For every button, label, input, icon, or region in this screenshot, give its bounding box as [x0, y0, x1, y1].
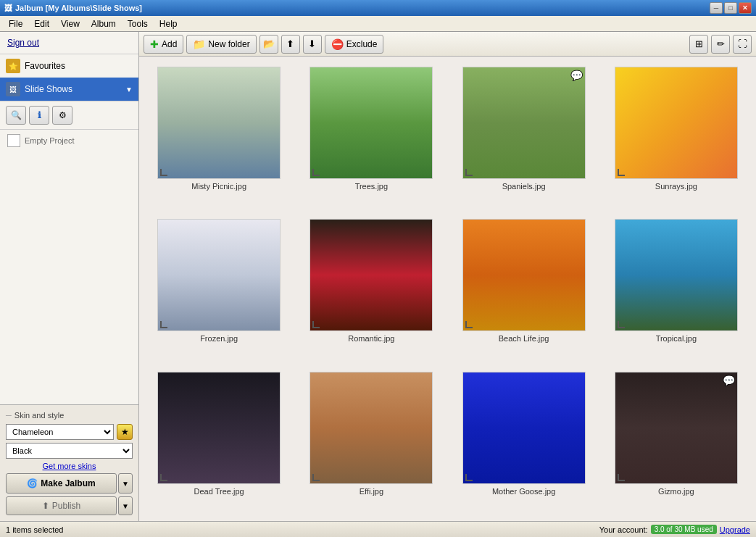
publish-row: ⬆ Publish ▼ [6, 496, 133, 515]
main-area: Sign out ⭐ Favourites 🖼 Slide Shows ▼ 🔍 … [0, 32, 756, 521]
account-label: Your account: [599, 525, 648, 534]
menu-help[interactable]: Help [154, 17, 183, 30]
menu-view[interactable]: View [55, 17, 86, 30]
photo-item[interactable]: Romantic.jpg [299, 216, 444, 361]
status-right: Your account: 3.0 of 30 MB used Upgrade [599, 525, 750, 534]
grid-view-button[interactable]: ⊞ [689, 35, 708, 54]
style-select-row: Black Blue Green [6, 443, 133, 459]
download-button[interactable]: ⬇ [303, 35, 322, 54]
upload-button[interactable]: ⬆ [281, 35, 300, 54]
maximize-button[interactable]: □ [724, 2, 737, 14]
sidebar-actions: 🔍 ℹ ⚙ [0, 101, 138, 130]
toolbar-right: ⊞ ✏ ⛶ [689, 35, 752, 54]
sign-out-link[interactable]: Sign out [0, 32, 138, 54]
photo-corner-mark [465, 321, 473, 328]
photo-item[interactable]: Tropical.jpg [604, 216, 749, 361]
publish-button[interactable]: ⬆ Publish [6, 496, 117, 515]
minimize-button[interactable]: ─ [710, 2, 723, 14]
sidebar: Sign out ⭐ Favourites 🖼 Slide Shows ▼ 🔍 … [0, 32, 139, 521]
menu-album[interactable]: Album [86, 17, 122, 30]
new-folder-label: New folder [208, 39, 249, 49]
new-folder-icon: 📁 [193, 38, 205, 50]
photo-item[interactable]: Sunrays.jpg [604, 64, 749, 209]
sidebar-item-slideshows[interactable]: 🖼 Slide Shows ▼ [0, 78, 138, 101]
open-button[interactable]: 📂 [259, 35, 278, 54]
exclude-label: Exclude [346, 39, 378, 49]
photo-frame [310, 67, 433, 179]
photo-item[interactable]: Beach Life.jpg [452, 216, 597, 361]
photo-item[interactable]: Trees.jpg [299, 64, 444, 209]
make-jalbum-icon: 🌀 [27, 478, 38, 488]
photo-name: Mother Goose.jpg [492, 487, 555, 496]
app-icon: 🖼 [4, 4, 12, 12]
star-button[interactable]: ★ [117, 424, 133, 440]
skin-panel: Skin and style Chameleon Default Pure ★ … [0, 404, 138, 521]
photo-item[interactable]: Effi.jpg [299, 369, 444, 514]
photo-frame [157, 219, 281, 331]
make-jalbum-dropdown[interactable]: ▼ [118, 473, 133, 494]
photo-frame [462, 372, 586, 484]
sidebar-label-slideshows: Slide Shows [25, 84, 72, 94]
publish-dropdown[interactable]: ▼ [118, 496, 133, 515]
sidebar-label-favourites: Favourites [25, 61, 65, 71]
sidebar-nav: ⭐ Favourites 🖼 Slide Shows ▼ 🔍 ℹ ⚙ [0, 54, 138, 404]
photo-name: Sunrays.jpg [655, 182, 697, 191]
sidebar-item-favourites[interactable]: ⭐ Favourites [0, 54, 138, 78]
make-jalbum-row: 🌀 Make Jalbum ▼ [6, 473, 133, 494]
favourites-icon: ⭐ [6, 59, 20, 73]
photo-name: Romantic.jpg [348, 334, 394, 343]
close-button[interactable]: ✕ [739, 2, 752, 14]
slideshows-arrow: ▼ [125, 86, 133, 93]
photo-corner-mark [160, 474, 167, 481]
photo-frame [615, 67, 738, 179]
photo-item[interactable]: 💬Spaniels.jpg [452, 64, 597, 209]
settings-action-button[interactable]: ⚙ [52, 106, 72, 125]
get-more-skins-link[interactable]: Get more skins [6, 462, 133, 470]
search-action-button[interactable]: 🔍 [6, 106, 26, 125]
style-selector[interactable]: Black Blue Green [6, 443, 133, 459]
content-area: ✚ Add 📁 New folder 📂 ⬆ ⬇ ⛔ Exclude ⊞ ✏ ⛶ [139, 32, 756, 521]
photo-item[interactable]: Frozen.jpg [146, 216, 291, 361]
exclude-button[interactable]: ⛔ Exclude [325, 35, 384, 54]
photo-name: Tropical.jpg [656, 334, 697, 343]
photo-grid: Misty Picnic.jpgTrees.jpg💬Spaniels.jpgSu… [139, 57, 756, 521]
photo-item[interactable]: 💬Gizmo.jpg [604, 369, 749, 514]
new-folder-button[interactable]: 📁 New folder [186, 35, 256, 54]
photo-name: Gizmo.jpg [658, 487, 694, 496]
photo-name: Dead Tree.jpg [194, 487, 244, 496]
publish-icon: ⬆ [42, 501, 49, 511]
publish-label: Publish [52, 501, 80, 511]
add-button[interactable]: ✚ Add [144, 35, 183, 54]
photo-comment-icon: 💬 [570, 70, 583, 81]
photo-corner-mark [465, 474, 473, 481]
photo-name: Frozen.jpg [200, 334, 238, 343]
exclude-icon: ⛔ [331, 38, 344, 50]
menu-edit[interactable]: Edit [28, 17, 55, 30]
photo-item[interactable]: Dead Tree.jpg [146, 369, 291, 514]
info-action-button[interactable]: ℹ [29, 106, 49, 125]
photo-corner-mark [312, 474, 320, 481]
slideshows-icon: 🖼 [6, 82, 20, 96]
photo-corner-mark [312, 321, 320, 328]
make-jalbum-button[interactable]: 🌀 Make Jalbum [6, 473, 117, 494]
photo-item[interactable]: Misty Picnic.jpg [146, 64, 291, 209]
photo-frame [310, 372, 433, 484]
fullscreen-button[interactable]: ⛶ [733, 35, 752, 54]
photo-frame [462, 219, 586, 331]
upgrade-link[interactable]: Upgrade [720, 525, 750, 534]
photo-corner-mark [465, 169, 473, 176]
edit-view-button[interactable]: ✏ [711, 35, 730, 54]
menu-bar: File Edit View Album Tools Help [0, 16, 756, 32]
storage-badge: 3.0 of 30 MB used [651, 525, 717, 534]
photo-item[interactable]: Mother Goose.jpg [452, 369, 597, 514]
toolbar: ✚ Add 📁 New folder 📂 ⬆ ⬇ ⛔ Exclude ⊞ ✏ ⛶ [139, 32, 756, 57]
menu-file[interactable]: File [3, 17, 28, 30]
empty-project-item[interactable]: Empty Project [0, 130, 138, 151]
photo-frame [310, 219, 433, 331]
window-controls: ─ □ ✕ [710, 2, 752, 14]
skin-selector[interactable]: Chameleon Default Pure [6, 424, 114, 440]
menu-tools[interactable]: Tools [122, 17, 154, 30]
skin-panel-title: Skin and style [6, 411, 133, 420]
empty-project-label: Empty Project [25, 136, 74, 145]
photo-frame [615, 219, 738, 331]
